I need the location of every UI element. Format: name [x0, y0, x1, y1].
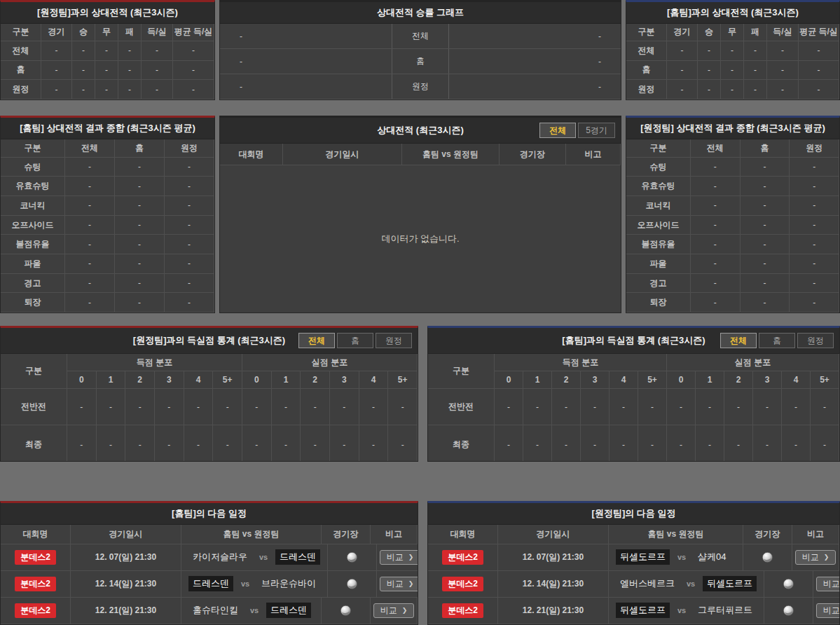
league-badge: 분데스2: [442, 603, 483, 618]
table-row: 슈팅 ---: [1, 158, 214, 177]
panel-title-text: 상대전적 (최근3시즌): [377, 125, 464, 135]
table-row: 코너킥 ---: [1, 196, 214, 216]
table-row: 볼점유율 ---: [626, 235, 839, 254]
table-row: 원정 ------: [1, 80, 214, 99]
column-header: 패: [118, 24, 142, 41]
away-team: 드레스덴: [275, 549, 320, 565]
table-row: 볼점유율 ---: [1, 235, 214, 254]
row-label: 파울: [1, 254, 65, 273]
compare-button[interactable]: 비교 ❯: [816, 577, 840, 591]
row-label: 전체: [626, 41, 667, 60]
row-label: 볼점유율: [626, 235, 691, 254]
graph-row: - 전체 -: [220, 24, 621, 49]
column-header: 무: [721, 24, 744, 41]
panel-goals-vs-away: [원정팀]과의 득실점 통계 (최근3시즌) 전체홈원정 구분 득점 분포 실점…: [0, 326, 418, 462]
compare-label: 비교: [387, 579, 404, 589]
row-label: 전반전: [428, 389, 495, 425]
stadium-cell: [328, 544, 377, 570]
stat-cell: -: [744, 61, 767, 80]
compare-button[interactable]: 비교 ❯: [380, 577, 418, 591]
tab[interactable]: 홈: [759, 333, 795, 348]
schedule-match-row: 분데스2 12. 07(일) 21:30 카이저슬라우 vs 드레스덴: [1, 544, 418, 571]
stat-cell: -: [65, 235, 115, 254]
column-header: 경기: [41, 24, 72, 41]
row-label: 최종: [1, 425, 67, 462]
column-header: 홈팀 vs 원정팀: [402, 144, 500, 165]
away-team: 드레스덴: [266, 603, 311, 618]
column-header: 대회명: [428, 525, 498, 544]
table-row: 퇴장 ---: [626, 293, 839, 312]
stat-cell: -: [65, 177, 115, 195]
tab[interactable]: 전체: [539, 123, 576, 138]
bin-header: 0: [495, 371, 523, 389]
column-header: 비고: [792, 525, 839, 544]
stat-cell: -: [97, 425, 126, 462]
away-team: 샬케04: [694, 549, 730, 565]
goals-row: [원정팀]과의 득실점 통계 (최근3시즌) 전체홈원정 구분 득점 분포 실점…: [0, 326, 840, 462]
soccer-ball-icon[interactable]: [762, 551, 773, 563]
column-header: 비고: [371, 525, 418, 544]
stat-cell: -: [691, 196, 741, 215]
datetime-cell: 12. 21(일) 21:30: [71, 598, 181, 624]
tab[interactable]: 홈: [337, 333, 373, 348]
panel-title: 상대전적 (최근3시즌) 전체5경기: [220, 118, 621, 144]
column-header: 무: [95, 24, 118, 41]
compare-cell: 비교 ❯: [377, 571, 418, 597]
soccer-ball-icon[interactable]: [783, 605, 794, 617]
row-label: 전체: [1, 41, 41, 60]
stat-cell: -: [552, 389, 581, 425]
group-header-scored: 득점 분포: [67, 354, 242, 371]
stat-cell: -: [173, 41, 214, 60]
graph-right-value: -: [449, 74, 621, 99]
graph-left-value: -: [220, 49, 392, 74]
stat-cell: -: [359, 425, 389, 462]
soccer-ball-icon[interactable]: [340, 605, 352, 617]
soccer-ball-icon[interactable]: [783, 578, 794, 590]
tab[interactable]: 원정: [376, 333, 412, 348]
matches-tabs: 전체5경기: [539, 123, 615, 138]
column-header: 경기일시: [498, 525, 609, 544]
bin-header: 5+: [811, 371, 839, 389]
compare-button[interactable]: 비교 ❯: [380, 550, 418, 565]
graph-row-label: 전체: [392, 24, 449, 48]
tab[interactable]: 전체: [298, 333, 335, 348]
table-row: 전체 ------: [626, 41, 839, 61]
stat-cell: -: [799, 61, 839, 80]
soccer-ball-icon[interactable]: [346, 551, 358, 563]
table-row: 슈팅 ---: [626, 158, 839, 177]
column-header: 경기장: [743, 525, 792, 544]
stat-cell: -: [165, 177, 214, 195]
tab[interactable]: 5경기: [578, 123, 615, 138]
panel-title: 상대전적 승률 그래프: [220, 2, 621, 24]
column-header: 홈: [741, 139, 790, 157]
stat-cell: -: [790, 177, 839, 195]
league-badge: 분데스2: [442, 550, 483, 565]
table-header: 대회명경기일시홈팀 vs 원정팀경기장비고: [220, 144, 621, 165]
stat-cell: -: [696, 389, 724, 425]
tab[interactable]: 전체: [720, 333, 757, 348]
compare-button[interactable]: 비교 ❯: [816, 603, 840, 618]
column-header: 비고: [566, 144, 621, 165]
stat-cell: -: [523, 389, 552, 425]
stat-cell: -: [330, 389, 359, 425]
column-header: 구분: [626, 139, 691, 157]
panel-summary-away: [원정팀] 상대전적 결과 종합 (최근3시즌 평균) 구분전체홈원정 슈팅 -…: [626, 116, 840, 313]
stat-cell: -: [799, 80, 839, 99]
row-label: 전반전: [1, 389, 67, 425]
column-header: 패: [744, 24, 767, 41]
stat-cell: -: [638, 425, 667, 462]
column-header: 원정: [790, 139, 839, 157]
compare-button[interactable]: 비교 ❯: [795, 550, 836, 565]
graph-left-value: -: [220, 24, 392, 48]
teams-cell: 엘버스베르크 vs 뒤셀도르프: [609, 571, 764, 597]
vs-label: vs: [679, 579, 703, 588]
soccer-ball-icon[interactable]: [346, 578, 358, 590]
bin-header: 4: [610, 371, 638, 389]
compare-button[interactable]: 비교 ❯: [373, 603, 415, 618]
group-header-scored: 득점 분포: [495, 354, 667, 371]
column-header: 경기장: [322, 525, 371, 544]
column-header: 경기: [667, 24, 698, 41]
home-team: 카이저슬라우: [188, 549, 252, 565]
tab[interactable]: 원정: [797, 333, 834, 348]
panel-next-schedule-away: [원정팀]의 다음 일정 대회명경기일시홈팀 vs 원정팀경기장비고 분데스2 …: [427, 501, 840, 625]
